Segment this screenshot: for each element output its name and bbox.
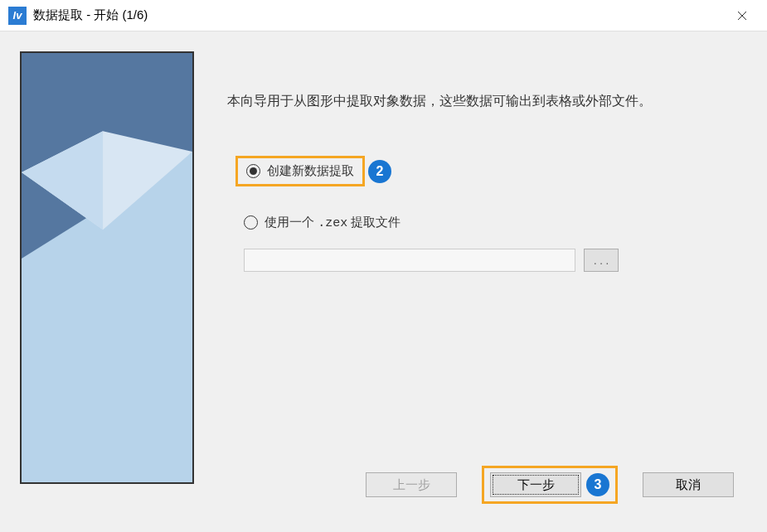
annotation-badge-2: 2 — [368, 160, 391, 183]
radio-icon-unchecked — [244, 215, 258, 230]
cancel-button[interactable]: 取消 — [643, 472, 734, 497]
back-button-wrap: 上一步 — [357, 466, 465, 504]
radio-label-create-new: 创建新数据提取 — [267, 163, 354, 179]
radio-option-use-file: 使用一个 .zex 提取文件 — [235, 210, 747, 235]
radio-label-use-file: 使用一个 .zex 提取文件 — [265, 215, 400, 230]
app-icon: lv — [8, 7, 27, 25]
back-button[interactable]: 上一步 — [366, 472, 457, 497]
main-area: 本向导用于从图形中提取对象数据，这些数据可输出到表格或外部文件。 创建新数据提取… — [194, 51, 747, 512]
radio-icon-checked — [246, 164, 260, 178]
dialog-content: 本向导用于从图形中提取对象数据，这些数据可输出到表格或外部文件。 创建新数据提取… — [0, 31, 767, 532]
preview-panel — [20, 51, 194, 484]
browse-button[interactable]: . . . — [584, 249, 619, 272]
next-button-wrap: 下一步 3 — [482, 466, 618, 504]
window-title: 数据提取 - 开始 (1/6) — [33, 7, 148, 23]
file-row: . . . — [235, 249, 747, 272]
close-button[interactable] — [726, 0, 759, 31]
page-fold-graphic — [22, 53, 192, 482]
button-row: 上一步 下一步 3 取消 — [357, 466, 742, 504]
radio-use-file[interactable]: 使用一个 .zex 提取文件 — [235, 210, 409, 235]
titlebar: lv 数据提取 - 开始 (1/6) — [0, 0, 767, 31]
radio-group: 创建新数据提取 2 使用一个 .zex 提取文件 . . . — [227, 156, 747, 272]
file-path-input[interactable] — [244, 249, 575, 272]
next-button[interactable]: 下一步 — [490, 472, 581, 497]
radio-option-create-new: 创建新数据提取 2 — [235, 156, 747, 186]
cancel-button-wrap: 取消 — [634, 466, 742, 504]
wizard-description: 本向导用于从图形中提取对象数据，这些数据可输出到表格或外部文件。 — [227, 93, 747, 110]
close-icon — [737, 11, 747, 21]
annotation-badge-3: 3 — [586, 473, 609, 496]
radio-create-new[interactable]: 创建新数据提取 — [235, 156, 365, 186]
